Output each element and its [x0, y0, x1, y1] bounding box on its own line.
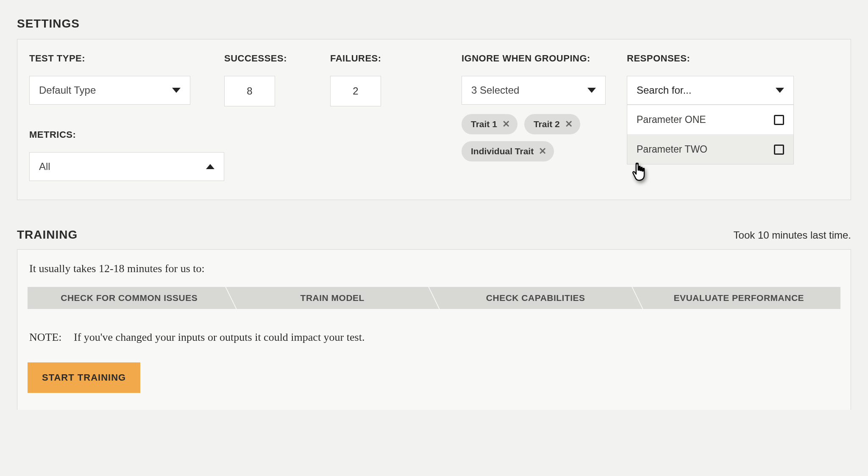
metrics-select[interactable]: All	[29, 152, 224, 181]
responses-options-list: Parameter ONE Parameter TWO	[627, 105, 794, 164]
metrics-value: All	[39, 161, 50, 173]
failures-value: 2	[353, 85, 358, 97]
note-text: If you've changed your inputs or outputs…	[74, 331, 364, 343]
chip-label: Individual Trait	[471, 146, 534, 156]
ignore-value: 3 Selected	[471, 84, 519, 96]
ignore-label: IGNORE WHEN GROUPING:	[462, 53, 627, 64]
close-icon[interactable]: ✕	[539, 147, 546, 156]
settings-panel: TEST TYPE: Default Type METRICS: All SUC…	[17, 39, 851, 200]
successes-label: SUCCESSES:	[224, 53, 330, 64]
response-option-label: Parameter TWO	[637, 144, 707, 155]
responses-label: RESPONSES:	[627, 53, 796, 64]
failures-label: FAILURES:	[330, 53, 462, 64]
ignore-chips: Trait 1 ✕ Trait 2 ✕ Individual Trait ✕	[462, 114, 614, 161]
chip-trait-1: Trait 1 ✕	[462, 114, 517, 134]
successes-input[interactable]: 8	[224, 76, 275, 106]
chevron-down-icon	[587, 88, 596, 93]
response-option-parameter-two[interactable]: Parameter TWO	[627, 134, 793, 164]
failures-input[interactable]: 2	[330, 76, 381, 106]
test-type-value: Default Type	[39, 84, 96, 96]
response-option-parameter-one[interactable]: Parameter ONE	[627, 105, 793, 134]
start-training-button[interactable]: START TRAINING	[28, 362, 140, 393]
close-icon[interactable]: ✕	[565, 120, 573, 129]
training-panel: It usually takes 12-18 minutes for us to…	[17, 249, 851, 410]
settings-heading: SETTINGS	[17, 17, 851, 31]
responses-placeholder: Search for...	[637, 84, 691, 96]
step-label: EVUALUATE PERFORMANCE	[673, 293, 804, 303]
training-heading: TRAINING	[17, 228, 78, 242]
step-evaluate-performance: EVUALUATE PERFORMANCE	[637, 287, 841, 309]
training-intro-text: It usually takes 12-18 minutes for us to…	[29, 262, 840, 275]
chip-label: Trait 1	[471, 119, 497, 129]
response-option-label: Parameter ONE	[637, 114, 706, 125]
step-check-common-issues: CHECK FOR COMMON ISSUES	[28, 287, 231, 309]
test-type-label: TEST TYPE:	[29, 53, 224, 64]
chip-trait-2: Trait 2 ✕	[524, 114, 580, 134]
chevron-up-icon	[206, 164, 214, 169]
step-train-model: TRAIN MODEL	[231, 287, 434, 309]
step-label: TRAIN MODEL	[300, 293, 364, 303]
chevron-down-icon	[172, 88, 181, 93]
note-label: NOTE:	[29, 331, 62, 343]
step-label: CHECK FOR COMMON ISSUES	[61, 293, 198, 303]
chevron-down-icon	[776, 88, 784, 93]
ignore-select[interactable]: 3 Selected	[462, 76, 606, 105]
metrics-label: METRICS:	[29, 129, 224, 140]
successes-value: 8	[247, 85, 252, 97]
training-stepper: CHECK FOR COMMON ISSUES TRAIN MODEL CHEC…	[28, 287, 840, 309]
training-note-line: NOTE: If you've changed your inputs or o…	[29, 331, 840, 344]
checkbox-icon[interactable]	[774, 145, 784, 155]
chip-individual-trait: Individual Trait ✕	[462, 141, 554, 161]
chip-label: Trait 2	[534, 119, 560, 129]
responses-search[interactable]: Search for...	[627, 76, 794, 105]
step-check-capabilities: CHECK CAPABILITIES	[434, 287, 637, 309]
checkbox-icon[interactable]	[774, 115, 784, 125]
step-label: CHECK CAPABILITIES	[486, 293, 585, 303]
test-type-select[interactable]: Default Type	[29, 76, 190, 105]
training-last-time-note: Took 10 minutes last time.	[734, 229, 851, 241]
close-icon[interactable]: ✕	[502, 120, 510, 129]
